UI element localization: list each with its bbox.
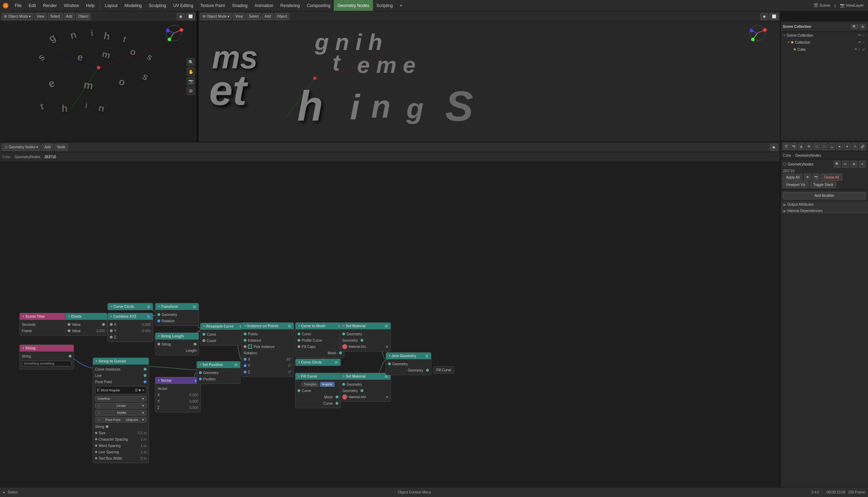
modifier-search-btn[interactable]: 🔍	[833, 161, 841, 168]
align-x-dropdown[interactable]: ≡ Center ▾	[95, 403, 146, 409]
material-1-close[interactable]: ✕	[386, 345, 388, 349]
menu-modeling[interactable]: Modeling	[121, 0, 145, 11]
outliner-cube[interactable]: ■ Cube 👁 ✓ 🖊	[781, 46, 868, 53]
socket-string-curves-in[interactable]	[106, 425, 108, 428]
socket-mesh-label-out[interactable]	[339, 352, 342, 354]
node-instance-on-points-header[interactable]: ▾ Instance on Points	[242, 323, 294, 329]
socket-points-in[interactable]	[244, 333, 246, 335]
socket-fill-curve-in[interactable]	[298, 389, 300, 392]
menu-file[interactable]: File	[11, 0, 25, 11]
font-del-btn[interactable]: ✕	[142, 389, 145, 392]
socket-ctm-fillcaps-in[interactable]	[298, 345, 300, 348]
socket-join-out[interactable]	[425, 355, 428, 358]
menu-edit[interactable]: Edit	[25, 0, 39, 11]
socket-ctm-profile-in[interactable]	[298, 339, 300, 342]
internal-deps-section[interactable]: ▶ Internal Dependencies	[781, 208, 868, 214]
add-menu-right[interactable]: Add	[262, 13, 274, 20]
select-menu-right[interactable]: Select	[246, 13, 261, 20]
view-menu-left[interactable]: View	[34, 13, 47, 20]
socket-setmat1-geo-out[interactable]	[361, 339, 363, 342]
modifier-icon-render[interactable]: 📷	[791, 143, 797, 150]
menu-layout[interactable]: Layout	[101, 0, 121, 11]
node-curve-circle-2-header[interactable]: ▾ Curve Circle	[295, 359, 341, 366]
modifier-icon-data[interactable]: △	[829, 143, 835, 150]
socket-length-out[interactable]	[194, 343, 196, 346]
node-string-to-curves[interactable]: ▾ String to Curves Curve Instances Line …	[93, 358, 149, 463]
node-divide-header[interactable]: ▾ Divide	[65, 313, 107, 320]
socket-curve-circle-out[interactable]	[147, 305, 150, 308]
socket-ctm-curve-in[interactable]	[298, 333, 300, 335]
node-resample-curve-header[interactable]: ▾ Resample Curve	[200, 323, 245, 330]
add-menu-left[interactable]: Add	[64, 13, 75, 20]
breadcrumb-cube[interactable]: Cube	[2, 155, 11, 159]
modifier-icon-particles[interactable]: ✦	[844, 143, 851, 150]
menu-rendering[interactable]: Rendering	[277, 0, 303, 11]
overlay-toggle-right[interactable]: ◉	[760, 13, 768, 20]
socket-fill-curve-out[interactable]	[336, 402, 338, 405]
socket-geometry-in[interactable]	[157, 313, 160, 316]
object-mode-btn-right[interactable]: ⚙ Object Mode ▾	[200, 13, 232, 20]
socket-setmat1-out[interactable]	[385, 325, 388, 328]
modifier-icon-geo[interactable]: ⬡	[813, 143, 820, 150]
node-combine-xyz[interactable]: ▾ Combine XYZ X 0.000 Y 0.400 Z	[107, 313, 153, 342]
modifier-settings-btn[interactable]: ⚙	[850, 161, 857, 168]
node-curve-circle-header[interactable]: ▾ Curve Circle	[108, 303, 153, 310]
menu-animation[interactable]: Animation	[251, 0, 277, 11]
node-set-material-1-header[interactable]: ▾ Set Material	[340, 323, 391, 329]
socket-setmat1-geo-in[interactable]	[342, 333, 345, 335]
view-menu-right[interactable]: View	[233, 13, 245, 20]
outliner-settings-btn[interactable]: ⚙	[860, 24, 866, 29]
socket-textbox-width[interactable]	[95, 457, 97, 459]
add-modifier-btn[interactable]: Add Modifier	[783, 192, 866, 199]
grid-btn-left[interactable]: ⊞	[187, 87, 195, 95]
overlay-toggle-left[interactable]: ◉	[177, 13, 185, 20]
breadcrumb-geonodes[interactable]: GeometryNodes	[15, 155, 40, 159]
node-overlay-btn[interactable]: ◉	[770, 144, 778, 151]
viewport-right[interactable]: ⚙ Object Mode ▾ View Select Add Object ◉…	[199, 11, 780, 142]
node-fill-curve[interactable]: ▾ Fill Curve Triangles N-gons Curve Mesh…	[295, 373, 341, 408]
node-curve-to-mesh[interactable]: ▾ Curve to Mesh Curve Profile Curve Fill…	[295, 322, 344, 358]
socket-size[interactable]	[95, 432, 97, 434]
socket-setpos-geo-in[interactable]	[199, 371, 202, 374]
socket-word-spacing[interactable]	[95, 445, 97, 447]
modifier-icon-material[interactable]: ●	[836, 143, 843, 150]
socket-str-in[interactable]	[157, 343, 160, 346]
socket-transform-out[interactable]	[193, 305, 196, 308]
string-value-display[interactable]: Something something	[22, 361, 71, 366]
fill-curve-label-node[interactable]: Fill Curve	[433, 366, 454, 374]
xray-toggle-left[interactable]: ⬜	[186, 13, 195, 20]
socket-instance-in[interactable]	[244, 339, 246, 342]
cube-visibility[interactable]: 👁 ✓ 🖊	[854, 48, 865, 51]
socket-string-out[interactable]	[69, 355, 71, 358]
object-menu-right[interactable]: Object	[274, 13, 289, 20]
socket-rot-y-in[interactable]	[244, 364, 246, 367]
xray-toggle-right[interactable]: ⬜	[769, 13, 779, 20]
node-set-position-header[interactable]: ▾ Set Position	[197, 361, 240, 368]
font-new-btn[interactable]: ✚	[138, 389, 141, 392]
eye-btn[interactable]: 👁	[804, 174, 811, 181]
object-menu-left[interactable]: Object	[76, 13, 91, 20]
node-editor-btn[interactable]: Node	[55, 144, 68, 151]
font-browse-btn[interactable]: ☰	[135, 389, 138, 392]
node-transform[interactable]: ▾ Transform Geometry Rotation	[155, 303, 199, 326]
node-curve-circle[interactable]: ▾ Curve Circle	[107, 303, 153, 310]
node-canvas[interactable]: ▾ Scene Time Seconds Frame ▾ String	[0, 162, 780, 487]
nav-gizmo-right[interactable]: X Y Z	[748, 24, 767, 44]
modifier-icon-object[interactable]: □	[821, 143, 828, 150]
triangles-btn[interactable]: Triangles	[301, 382, 319, 387]
socket-join-geo-in[interactable]	[388, 362, 391, 365]
node-string-to-curves-header[interactable]: ▾ String to Curves	[93, 358, 149, 365]
node-editor[interactable]: ⬡ Geometry Nodes ▾ Add Node ◉ Cube › Geo…	[0, 142, 780, 487]
node-transform-header[interactable]: ▾ Transform	[155, 303, 199, 310]
menu-compositing[interactable]: Compositing	[303, 0, 334, 11]
socket-rot-x-in[interactable]	[244, 358, 246, 361]
socket-fill-mesh-out[interactable]	[336, 396, 338, 398]
nav-gizmo-left[interactable]: X Y Z	[164, 24, 184, 44]
socket-setpos-pos-in[interactable]	[199, 378, 202, 380]
socket-setmat2-out[interactable]	[385, 375, 388, 378]
collection-visibility[interactable]: 👁 ✓	[858, 41, 865, 44]
modifier-icon-output[interactable]: 🖨	[798, 143, 805, 150]
socket-curve-circle-2-out[interactable]	[335, 361, 338, 364]
cam-btn[interactable]: 📷	[812, 174, 819, 181]
socket-divide-in[interactable]	[68, 323, 70, 326]
